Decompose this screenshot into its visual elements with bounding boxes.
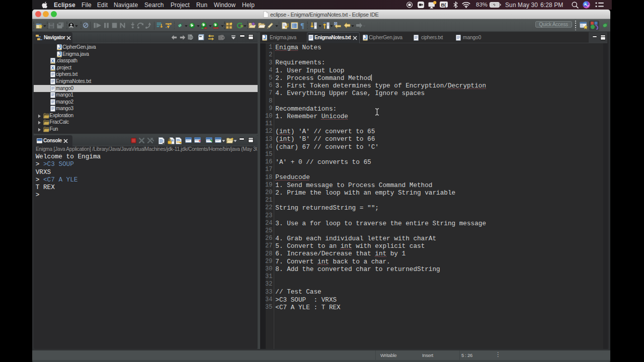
svg-text:J: J xyxy=(264,35,267,40)
svg-text:¶: ¶ xyxy=(300,22,304,29)
svg-text:*: * xyxy=(199,139,201,144)
svg-text:J: J xyxy=(364,35,367,40)
svg-text:B(: B( xyxy=(441,2,446,8)
svg-text:X: X xyxy=(51,65,54,70)
svg-text:X: X xyxy=(51,58,54,63)
svg-text:J: J xyxy=(58,51,61,57)
svg-text:J: J xyxy=(58,45,61,50)
